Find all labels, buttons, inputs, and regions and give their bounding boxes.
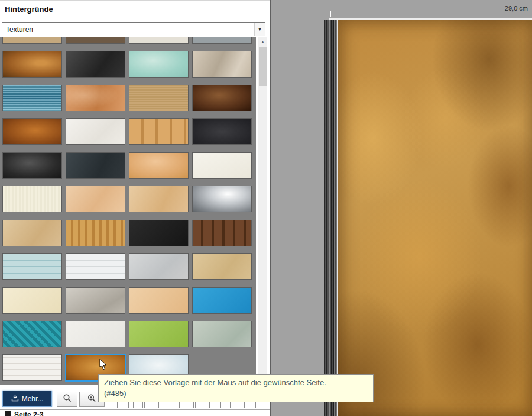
zoom-out-button[interactable]	[57, 392, 77, 407]
texture-swatch-silver-metal-shine[interactable]	[193, 186, 251, 212]
texture-swatch-cream-smooth[interactable]	[193, 153, 251, 178]
texture-swatch-dark-wood-grain[interactable]	[193, 220, 251, 246]
texture-swatch-white-paper[interactable]	[66, 119, 125, 144]
texture-swatch-beige-texture[interactable]	[3, 220, 61, 246]
texture-swatch-rust-grunge[interactable]	[3, 51, 61, 77]
texture-swatch-peach-plaster[interactable]	[66, 186, 125, 212]
texture-swatch-black-slate[interactable]	[66, 51, 125, 77]
download-icon	[11, 394, 19, 404]
clipped-bottom-label: Seite 2-3	[14, 411, 43, 416]
ruler-tick	[330, 11, 331, 17]
texture-swatch-khaki-canvas[interactable]	[193, 254, 251, 279]
texture-swatch-aqua-plaster[interactable]	[129, 51, 188, 77]
clipped-bottom-content: Seite 2-3	[5, 411, 265, 416]
texture-swatch-burlap-linen[interactable]	[129, 85, 188, 111]
texture-swatch-black-speckled[interactable]	[193, 119, 251, 144]
texture-swatch-brushed-blue-metal[interactable]	[3, 85, 61, 111]
drag-hint-tooltip: Ziehen Sie diese Vorlage mit der Maus au…	[98, 374, 374, 402]
page-workspace: 29,0 cm	[271, 0, 532, 416]
texture-grid-partial-row	[3, 37, 251, 43]
bottom-divider	[0, 409, 270, 410]
page-icon	[5, 411, 11, 416]
texture-swatch-off-white[interactable]	[66, 321, 125, 347]
magnifier-icon	[63, 394, 72, 405]
texture-swatch-teal-woven[interactable]	[3, 321, 61, 347]
chevron-down-icon[interactable]: ▼	[254, 23, 265, 36]
texture-swatch-flat-black[interactable]	[129, 220, 188, 246]
book-spine-pages	[324, 20, 337, 416]
magnifier-plus-icon	[87, 394, 97, 405]
texture-swatch-light-wood-planks[interactable]	[129, 119, 188, 144]
texture-swatch-sage-green[interactable]	[193, 321, 251, 347]
page-preview[interactable]	[337, 20, 532, 416]
more-button-label: Mehr...	[22, 395, 44, 403]
texture-swatch-partial-light[interactable]	[129, 37, 188, 43]
texture-swatch-dark-grunge[interactable]	[3, 153, 61, 178]
texture-grid	[3, 51, 251, 380]
texture-swatch-blue-wood-planks[interactable]	[3, 254, 61, 279]
texture-swatch-white-wood-planks[interactable]	[66, 254, 125, 279]
panel-title: Hintergründe	[5, 5, 53, 14]
texture-swatch-pale-yellow[interactable]	[3, 288, 61, 313]
texture-swatch-worn-orange-script[interactable]	[66, 85, 125, 111]
texture-swatch-partial-tan[interactable]	[3, 37, 61, 43]
scroll-up-icon[interactable]: ▲	[258, 37, 267, 46]
texture-swatch-bright-blue[interactable]	[193, 288, 251, 313]
texture-swatch-tan-parchment[interactable]	[129, 153, 188, 178]
scrollbar-thumb[interactable]	[259, 47, 267, 86]
category-dropdown[interactable]: Texturen ▼	[2, 22, 265, 36]
backgrounds-panel: Hintergründe Texturen ▼ ▲ ▼ Mehr... Seit…	[0, 0, 270, 416]
mouse-cursor	[99, 359, 108, 373]
texture-swatch-gray-plaster[interactable]	[66, 288, 125, 313]
texture-swatch-charcoal-slate[interactable]	[66, 153, 125, 178]
tooltip-line2: (#485)	[104, 388, 368, 399]
texture-swatch-peach-smooth[interactable]	[129, 288, 188, 313]
tooltip-line1: Ziehen Sie diese Vorlage mit der Maus au…	[104, 378, 368, 388]
ruler-width-label: 29,0 cm	[505, 5, 528, 12]
texture-swatch-dark-leather[interactable]	[193, 85, 251, 111]
grid-scrollbar[interactable]: ▲ ▼	[258, 37, 267, 385]
texture-swatch-partial-gray[interactable]	[193, 37, 251, 43]
texture-swatch-corroded-rust[interactable]	[3, 119, 61, 144]
horizontal-ruler	[330, 17, 532, 17]
category-dropdown-value: Texturen	[2, 25, 254, 34]
texture-swatch-ivory-canvas[interactable]	[3, 186, 61, 212]
texture-grid-region	[0, 37, 256, 385]
texture-swatch-gray-concrete[interactable]	[129, 254, 188, 279]
texture-swatch-parchment-tan[interactable]	[129, 186, 188, 212]
texture-swatch-orange-wood-vertical[interactable]	[66, 220, 125, 246]
more-button[interactable]: Mehr...	[2, 391, 52, 407]
texture-swatch-partial-brown[interactable]	[66, 37, 125, 43]
texture-swatch-crumpled-paper[interactable]	[193, 51, 251, 77]
texture-swatch-white-planks[interactable]	[3, 355, 61, 380]
texture-swatch-lime-green[interactable]	[129, 321, 188, 347]
